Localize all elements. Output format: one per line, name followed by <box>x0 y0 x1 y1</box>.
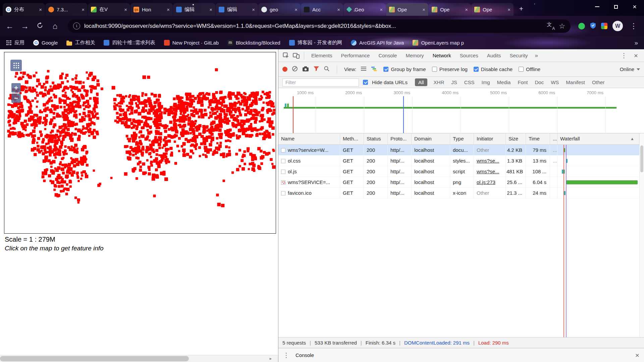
inspect-element-icon[interactable] <box>281 52 291 59</box>
column-header-meth[interactable]: Meth... <box>340 133 364 144</box>
bookmark-item[interactable]: GGoogle <box>33 40 58 46</box>
address-bar[interactable]: i localhost:9090/geoserver/sde/wms?servi… <box>68 19 571 33</box>
initiator-text[interactable]: wms?se... <box>477 169 499 174</box>
record-button[interactable] <box>282 67 287 72</box>
home-button[interactable]: ⌂ <box>50 21 60 31</box>
scrollbar-thumb[interactable] <box>0 356 189 361</box>
filter-button[interactable] <box>313 66 319 72</box>
filter-type-other[interactable]: Other <box>591 78 605 86</box>
browser-tab[interactable]: 7.3...× <box>45 3 88 16</box>
devtools-tab-sources[interactable]: Sources <box>455 49 483 62</box>
devtools-tab-network[interactable]: Network <box>428 49 455 62</box>
column-header-time[interactable]: Time <box>526 133 550 144</box>
page-info-icon[interactable]: i <box>73 22 80 29</box>
request-initiator[interactable]: ol.js:273 <box>474 177 506 187</box>
browser-tab[interactable]: geo× <box>258 3 301 16</box>
bookmark-item[interactable]: ArcGIS API for Java <box>351 40 404 46</box>
column-header-proto[interactable]: Proto... <box>388 133 412 144</box>
close-window-button[interactable]: × <box>625 0 644 13</box>
map-canvas[interactable] <box>4 52 276 233</box>
scrollbar-right-arrow[interactable]: ▸ <box>267 355 274 362</box>
tab-close-icon[interactable]: × <box>209 7 212 12</box>
new-tab-button[interactable]: + <box>517 4 526 14</box>
request-initiator[interactable]: wms?se... <box>474 156 506 166</box>
tab-close-icon[interactable]: × <box>39 7 42 12</box>
view-waterfall-icon[interactable] <box>371 66 377 72</box>
drawer-tab-console[interactable]: Console <box>296 352 314 358</box>
browser-tab[interactable]: Geo× <box>343 3 386 16</box>
disable-cache-option[interactable]: Disable cache <box>474 66 513 72</box>
request-initiator[interactable]: wms?se... <box>474 166 506 177</box>
initiator-text[interactable]: wms?se... <box>477 158 499 164</box>
checkbox[interactable] <box>432 67 437 72</box>
filter-type-all[interactable]: All <box>415 78 427 86</box>
zoom-out-button[interactable]: − <box>11 94 21 103</box>
request-row[interactable]: wms?service=W...GET200http/...localhostd… <box>278 145 639 156</box>
bookmark-item[interactable]: 工作相关 <box>66 40 95 46</box>
extension-green-icon[interactable] <box>578 23 585 29</box>
hide-data-urls-checkbox[interactable] <box>363 80 368 85</box>
bookmark-item[interactable]: mBlocklisting/Blocked <box>227 40 280 46</box>
bookmark-item[interactable]: 应用 <box>6 40 24 46</box>
search-button[interactable] <box>324 66 330 73</box>
browser-tab[interactable]: 编辑× <box>173 3 215 16</box>
clear-button[interactable] <box>292 66 298 73</box>
filter-type-js[interactable]: JS <box>450 78 458 86</box>
filter-type-css[interactable]: CSS <box>464 78 475 86</box>
sort-ascending-icon[interactable]: ▲ <box>630 133 634 144</box>
horizontal-scrollbar[interactable]: ▸ <box>0 355 278 362</box>
view-list-icon[interactable] <box>361 66 367 72</box>
column-header-domain[interactable]: Domain <box>412 133 450 144</box>
bookmark-item[interactable]: New Project · GitLab <box>164 40 219 46</box>
filter-type-xhr[interactable]: XHR <box>433 78 445 86</box>
checkbox[interactable] <box>383 67 388 72</box>
devtools-tab-security[interactable]: Security <box>505 49 532 62</box>
tab-close-icon[interactable]: × <box>422 7 425 12</box>
layer-switcher-button[interactable] <box>10 60 22 71</box>
device-toolbar-icon[interactable] <box>291 53 301 59</box>
browser-tab[interactable]: Ope× <box>471 3 514 16</box>
screenshot-button[interactable] <box>302 66 309 73</box>
tab-close-icon[interactable]: × <box>380 7 383 12</box>
translate-icon[interactable]: 文A <box>547 22 555 30</box>
column-header-status[interactable]: Status <box>364 133 388 144</box>
devtools-scrollbar-thumb[interactable] <box>640 145 643 172</box>
browser-tab[interactable]: gsHon× <box>130 3 173 16</box>
devtools-tab-elements[interactable]: Elements <box>307 49 337 62</box>
bookmark-item[interactable]: 博客园 - 开发者的网 <box>289 40 342 46</box>
profile-avatar[interactable]: W <box>612 21 623 31</box>
browser-menu-icon[interactable]: ⋮ <box>628 22 639 31</box>
tab-close-icon[interactable]: × <box>294 7 298 12</box>
column-header-size[interactable]: Size <box>506 133 526 144</box>
devtools-tab-console[interactable]: Console <box>374 49 401 62</box>
filter-type-img[interactable]: Img <box>481 78 491 86</box>
initiator-text[interactable]: ol.js:273 <box>477 179 495 185</box>
more-tabs-icon[interactable]: » <box>535 52 538 59</box>
network-overview-timeline[interactable]: 1000 ms2000 ms3000 ms4000 ms5000 ms6000 … <box>278 88 644 133</box>
minimize-button[interactable] <box>588 0 606 13</box>
devtools-tab-memory[interactable]: Memory <box>401 49 428 62</box>
back-button[interactable]: ← <box>5 21 15 31</box>
bookmark-star-icon[interactable]: ☆ <box>559 22 565 30</box>
throttling-dropdown[interactable]: Online <box>620 66 640 72</box>
zoom-in-button[interactable]: + <box>11 83 21 93</box>
extension-shield-icon[interactable] <box>590 22 596 30</box>
devtools-close-icon[interactable]: × <box>631 52 641 60</box>
forward-button[interactable]: → <box>20 21 30 31</box>
column-header-initiator[interactable]: Initiator <box>474 133 506 144</box>
map-container[interactable]: + − <box>4 52 276 234</box>
devtools-tab-audits[interactable]: Audits <box>483 49 505 62</box>
browser-tab[interactable]: Ope× <box>429 3 471 16</box>
extension-grid-icon[interactable] <box>601 23 607 29</box>
column-header-name[interactable]: Name <box>278 133 340 144</box>
browser-tab[interactable]: Acc× <box>301 3 343 16</box>
devtools-tab-performance[interactable]: Performance <box>337 49 374 62</box>
column-header-waterfall[interactable]: Waterfall▲ <box>557 133 639 144</box>
tab-close-icon[interactable]: × <box>252 7 255 12</box>
drawer-menu-icon[interactable]: ⋮ <box>283 351 289 359</box>
filter-type-font[interactable]: Font <box>517 78 528 86</box>
tab-close-icon[interactable]: × <box>337 7 340 12</box>
group-by-frame-option[interactable]: Group by frame <box>383 66 426 72</box>
column-header-type[interactable]: Type <box>450 133 474 144</box>
filter-type-ws[interactable]: WS <box>550 78 559 86</box>
